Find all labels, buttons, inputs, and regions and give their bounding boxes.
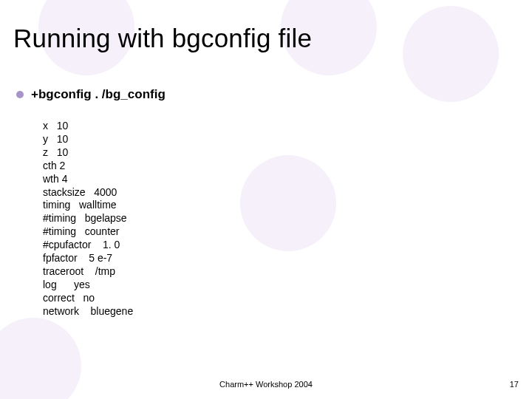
- config-line: x 10: [43, 120, 133, 133]
- config-line: timing walltime: [43, 199, 133, 212]
- decorative-circle: [403, 6, 499, 102]
- config-line: log yes: [43, 279, 133, 292]
- slide-title: Running with bgconfig file: [13, 24, 312, 53]
- config-line: fpfactor 5 e-7: [43, 252, 133, 265]
- config-line: wth 4: [43, 173, 133, 186]
- page-number: 17: [510, 380, 519, 389]
- config-line: stacksize 4000: [43, 186, 133, 200]
- config-file-contents: x 10 y 10 z 10 cth 2 wth 4 stacksize 400…: [43, 120, 133, 318]
- config-line: cth 2: [43, 160, 133, 173]
- bullet-icon: [16, 91, 24, 98]
- config-line: traceroot /tmp: [43, 265, 133, 279]
- footer-text: Charm++ Workshop 2004: [0, 380, 532, 389]
- bullet-label: +bgconfig . /bg_config: [31, 87, 166, 102]
- config-line: network bluegene: [43, 305, 133, 318]
- config-line: y 10: [43, 133, 133, 146]
- decorative-circle: [240, 155, 336, 251]
- bullet-item: +bgconfig . /bg_config: [16, 87, 166, 102]
- config-line: #timing bgelapse: [43, 212, 133, 225]
- config-line: z 10: [43, 146, 133, 160]
- config-line: #timing counter: [43, 225, 133, 239]
- config-line: correct no: [43, 292, 133, 305]
- config-line: #cpufactor 1. 0: [43, 239, 133, 252]
